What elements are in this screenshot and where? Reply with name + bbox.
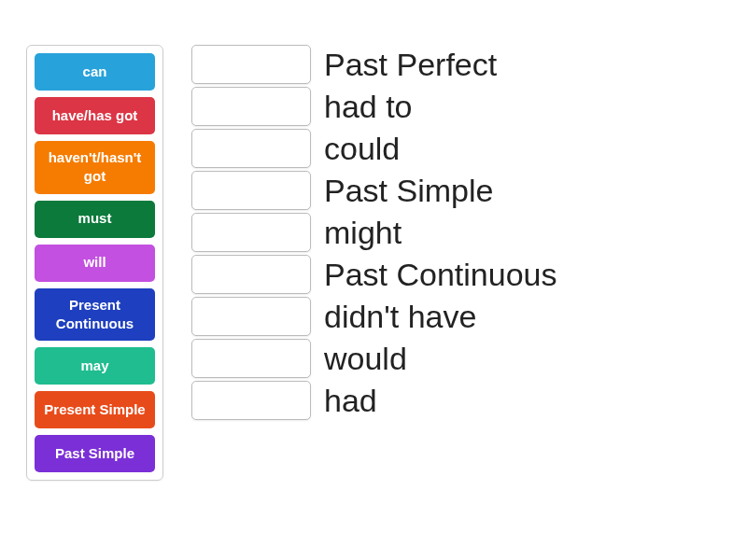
draggable-tile[interactable]: will xyxy=(35,245,155,282)
source-tile-panel: can have/has got haven't/hasn't got must… xyxy=(26,45,163,481)
target-row: might xyxy=(191,213,557,252)
drop-slot[interactable] xyxy=(191,255,311,294)
answer-text: Past Continuous xyxy=(324,259,557,290)
answer-text: didn't have xyxy=(324,301,476,332)
draggable-tile[interactable]: can xyxy=(35,53,155,91)
target-row: Past Continuous xyxy=(191,255,557,294)
draggable-tile[interactable]: Present Continuous xyxy=(35,288,155,342)
exercise-container: can have/has got haven't/hasn't got must… xyxy=(0,0,747,525)
answer-text: could xyxy=(324,133,400,164)
drop-slot[interactable] xyxy=(191,171,311,210)
answer-text: Past Simple xyxy=(324,175,493,206)
target-row: had to xyxy=(191,87,557,126)
target-list: Past Perfect had to could Past Simple mi… xyxy=(191,45,557,420)
target-row: had xyxy=(191,381,557,420)
target-row: could xyxy=(191,129,557,168)
answer-text: had xyxy=(324,385,377,416)
drop-slot[interactable] xyxy=(191,87,311,126)
drop-slot[interactable] xyxy=(191,213,311,252)
target-row: Past Simple xyxy=(191,171,557,210)
answer-text: would xyxy=(324,343,407,374)
draggable-tile[interactable]: Past Simple xyxy=(35,435,155,472)
target-row: would xyxy=(191,339,557,378)
answer-text: had to xyxy=(324,91,413,122)
draggable-tile[interactable]: Present Simple xyxy=(35,391,155,428)
drop-slot[interactable] xyxy=(191,45,311,84)
answer-text: Past Perfect xyxy=(324,49,497,80)
draggable-tile[interactable]: may xyxy=(35,347,155,385)
answer-text: might xyxy=(324,217,402,248)
target-row: Past Perfect xyxy=(191,45,557,84)
drop-slot[interactable] xyxy=(191,381,311,420)
target-row: didn't have xyxy=(191,297,557,336)
draggable-tile[interactable]: have/has got xyxy=(35,97,155,134)
draggable-tile[interactable]: haven't/hasn't got xyxy=(35,141,155,194)
drop-slot[interactable] xyxy=(191,339,311,378)
draggable-tile[interactable]: must xyxy=(35,201,155,238)
drop-slot[interactable] xyxy=(191,129,311,168)
drop-slot[interactable] xyxy=(191,297,311,336)
